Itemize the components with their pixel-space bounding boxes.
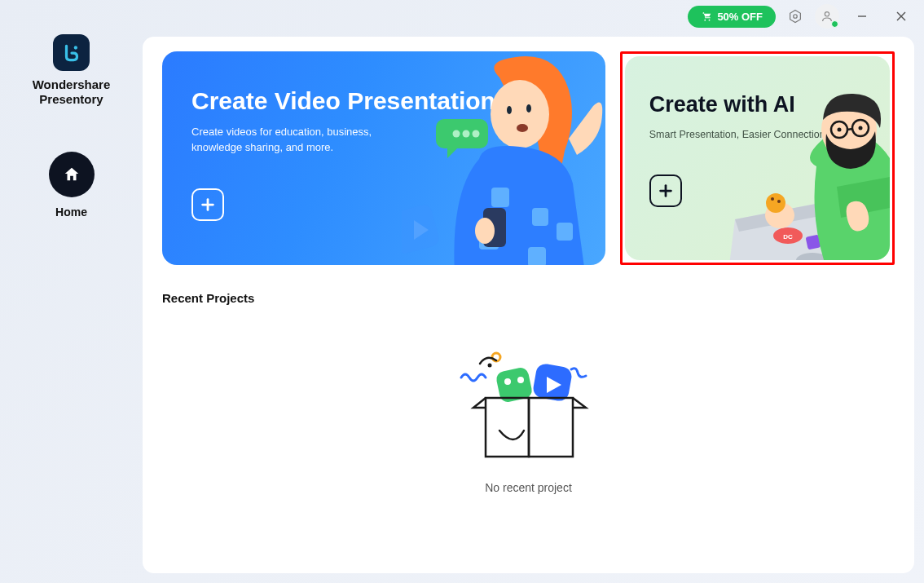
plus-icon — [649, 174, 682, 207]
ai-illustration: DC — [727, 89, 890, 260]
nav-home[interactable]: Home — [49, 152, 95, 219]
empty-state: No recent project — [162, 349, 895, 494]
svg-point-43 — [488, 364, 492, 368]
recent-projects-title: Recent Projects — [162, 291, 895, 305]
svg-point-14 — [526, 104, 531, 113]
svg-point-40 — [838, 128, 842, 132]
svg-point-33 — [766, 193, 785, 213]
main-content: Create Video Presentation Create videos … — [143, 37, 914, 573]
svg-point-41 — [859, 126, 863, 130]
user-icon — [821, 10, 834, 23]
brand-name: Wondershare Presentory — [33, 77, 111, 107]
svg-rect-19 — [528, 247, 546, 265]
svg-rect-16 — [491, 188, 509, 207]
nav-home-label: Home — [55, 205, 87, 219]
svg-point-46 — [517, 377, 524, 383]
empty-text: No recent project — [485, 481, 572, 494]
create-video-card[interactable]: Create Video Presentation Create videos … — [162, 51, 605, 265]
svg-point-8 — [73, 46, 77, 49]
video-illustration — [402, 51, 605, 265]
chat-bubble-icon — [436, 115, 493, 159]
minimize-button[interactable] — [846, 0, 878, 33]
svg-point-23 — [452, 130, 460, 138]
cards-row: Create Video Presentation Create videos … — [162, 51, 895, 265]
card-video-subtitle: Create videos for education, business, k… — [191, 125, 403, 156]
svg-rect-20 — [557, 223, 573, 241]
svg-point-0 — [705, 20, 706, 21]
svg-point-12 — [491, 80, 549, 148]
sidebar: Wondershare Presentory Home — [0, 0, 143, 583]
svg-point-3 — [794, 15, 798, 19]
home-icon — [49, 152, 95, 197]
svg-point-13 — [507, 106, 512, 114]
promo-label: 50% OFF — [717, 11, 763, 23]
svg-point-45 — [504, 378, 511, 385]
svg-line-39 — [847, 129, 852, 130]
svg-point-34 — [771, 197, 774, 201]
svg-marker-2 — [790, 11, 801, 23]
svg-point-1 — [709, 20, 711, 21]
svg-rect-17 — [532, 208, 548, 226]
svg-point-22 — [475, 218, 495, 244]
empty-box-illustration — [457, 349, 600, 463]
app-logo — [53, 34, 90, 71]
svg-point-4 — [825, 12, 829, 16]
cart-icon — [701, 11, 712, 22]
plus-icon — [191, 188, 224, 221]
svg-point-25 — [472, 130, 479, 138]
svg-point-24 — [462, 130, 469, 138]
settings-icon[interactable] — [782, 3, 808, 29]
svg-text:DC: DC — [783, 233, 793, 241]
svg-point-15 — [517, 124, 528, 132]
account-button[interactable] — [815, 4, 839, 29]
promo-button[interactable]: 50% OFF — [688, 6, 776, 28]
close-button[interactable] — [885, 0, 917, 33]
create-ai-card[interactable]: Create with AI Smart Presentation, Easie… — [625, 56, 890, 260]
create-ai-card-highlight: Create with AI Smart Presentation, Easie… — [620, 51, 895, 265]
svg-point-35 — [777, 200, 781, 203]
